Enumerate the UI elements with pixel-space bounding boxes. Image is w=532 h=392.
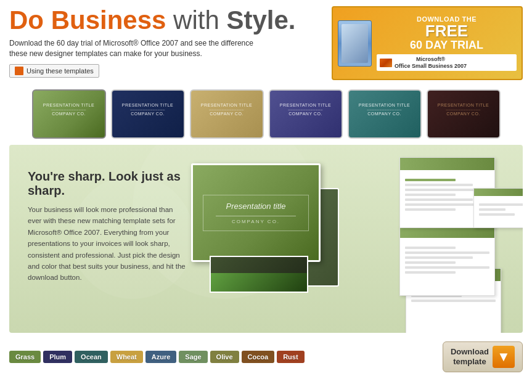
doc-sheet-3	[399, 225, 495, 296]
trial-banner[interactable]: DOWNLOAD THE FREE 60 DAY TRIAL Microsoft…	[332, 6, 523, 80]
color-btn-olive[interactable]: Olive	[210, 351, 239, 363]
page-header: Do Business with Style. Download the 60 …	[0, 0, 532, 83]
thumbnails-row: PRESENTATION TITLE──────────────company …	[0, 83, 532, 145]
main-text-block: You're sharp. Look just as sharp. Your b…	[28, 169, 188, 284]
thumb-title-plum: PRESENTATION TITLE──────────────company …	[122, 103, 173, 116]
subtitle-text: Download the 60 day trial of Microsoft® …	[9, 38, 268, 59]
thumbnail-dark[interactable]: PRESENTATION TITLE──────────────company …	[427, 89, 501, 139]
presentation-mockup: Presentation title COMPANY CO.	[191, 163, 339, 287]
download-btn-text: Download template	[451, 347, 489, 366]
thumbnail-plum[interactable]: PRESENTATION TITLE──────────────company …	[111, 89, 185, 139]
doc-line	[479, 213, 515, 216]
doc-line	[405, 247, 456, 249]
doc-header-bar-1	[400, 158, 494, 170]
thumb-title-ocean: PRESENTATION TITLE──────────────company …	[359, 103, 410, 116]
thumbnail-grass[interactable]: PRESENTATION TITLE──────────────company …	[32, 89, 106, 139]
doc-line	[479, 203, 523, 206]
doc-line	[405, 184, 473, 186]
trial-days-label: 60 DAY TRIAL	[377, 39, 517, 52]
doc-line	[479, 208, 505, 211]
doc-line	[405, 194, 456, 196]
color-btn-wheat[interactable]: Wheat	[110, 351, 143, 363]
header-left: Do Business with Style. Download the 60 …	[9, 6, 332, 78]
thumb-title-wheat: PRESENTATION TITLE──────────────company …	[201, 103, 252, 116]
thumb-title-grass: PRESENTATION TITLE──────────────company …	[43, 103, 94, 116]
slide-photo	[210, 256, 308, 293]
title-style: Style.	[226, 6, 295, 35]
using-btn-label: Using these templates	[27, 67, 94, 75]
slide-title: Presentation title	[226, 202, 286, 211]
download-label-line2: template	[451, 357, 489, 367]
doc-lines-3	[400, 242, 494, 281]
trial-free-label: FREE	[377, 23, 517, 39]
trial-office-branding: Microsoft® Office Small Business 2007	[377, 54, 517, 71]
download-label-line1: Download	[451, 347, 489, 357]
doc-line	[405, 198, 473, 201]
thumbnail-ocean[interactable]: PRESENTATION TITLE──────────────company …	[348, 89, 422, 139]
bottom-bar: Grass Plum Ocean Wheat Azure Sage Olive …	[0, 337, 532, 377]
main-display-area: You're sharp. Look just as sharp. Your b…	[9, 145, 523, 333]
main-body-text: Your business will look more professiona…	[28, 204, 188, 284]
doc-sheet-2	[473, 188, 523, 228]
color-btn-sage[interactable]: Sage	[179, 351, 207, 363]
slide-front: Presentation title COMPANY CO.	[191, 163, 321, 262]
slide-divider	[216, 216, 296, 216]
office-product-name: Microsoft® Office Small Business 2007	[395, 56, 467, 70]
doc-line	[405, 256, 473, 259]
documents-mockup	[399, 157, 510, 305]
color-buttons-group: Grass Plum Ocean Wheat Azure Sage Olive …	[9, 351, 305, 363]
thumbnail-wheat[interactable]: PRESENTATION TITLE──────────────company …	[190, 89, 264, 139]
color-btn-grass[interactable]: Grass	[9, 351, 41, 363]
color-btn-plum[interactable]: Plum	[43, 351, 72, 363]
office-logo-icon	[380, 59, 392, 67]
doc-lines-2	[474, 198, 523, 223]
color-btn-azure[interactable]: Azure	[145, 351, 177, 363]
using-templates-button[interactable]: Using these templates	[9, 64, 99, 78]
doc-line	[405, 208, 456, 211]
slide-company: COMPANY CO.	[232, 219, 280, 224]
trial-text-block: DOWNLOAD THE FREE 60 DAY TRIAL Microsoft…	[377, 15, 517, 71]
color-btn-cocoa[interactable]: Cocoa	[242, 351, 275, 363]
thumb-title-azure: PRESENTATION TITLE──────────────company …	[280, 103, 331, 116]
title-with: with	[166, 6, 226, 35]
slide-inner-border: Presentation title COMPANY CO.	[203, 195, 309, 231]
main-headline: You're sharp. Look just as sharp.	[28, 169, 188, 198]
doc-line	[405, 271, 456, 274]
doc-line	[411, 300, 496, 302]
color-btn-ocean[interactable]: Ocean	[75, 351, 108, 363]
thumbnail-azure[interactable]: PRESENTATION TITLE──────────────company …	[269, 89, 343, 139]
office-box-image	[338, 20, 372, 67]
document-icon	[15, 67, 23, 75]
doc-line	[405, 251, 489, 254]
download-arrow-icon: ▼	[493, 346, 515, 368]
download-template-button[interactable]: Download template ▼	[443, 341, 523, 372]
thumb-title-dark: PRESENTATION TITLE──────────────company …	[438, 103, 489, 116]
main-display-inner: You're sharp. Look just as sharp. Your b…	[9, 145, 523, 333]
page-title: Do Business with Style.	[9, 6, 332, 35]
color-btn-rust[interactable]: Rust	[277, 351, 304, 363]
doc-line	[405, 261, 456, 264]
doc-line	[405, 179, 456, 181]
title-do: Do Business	[9, 6, 166, 35]
doc-line	[405, 266, 489, 269]
